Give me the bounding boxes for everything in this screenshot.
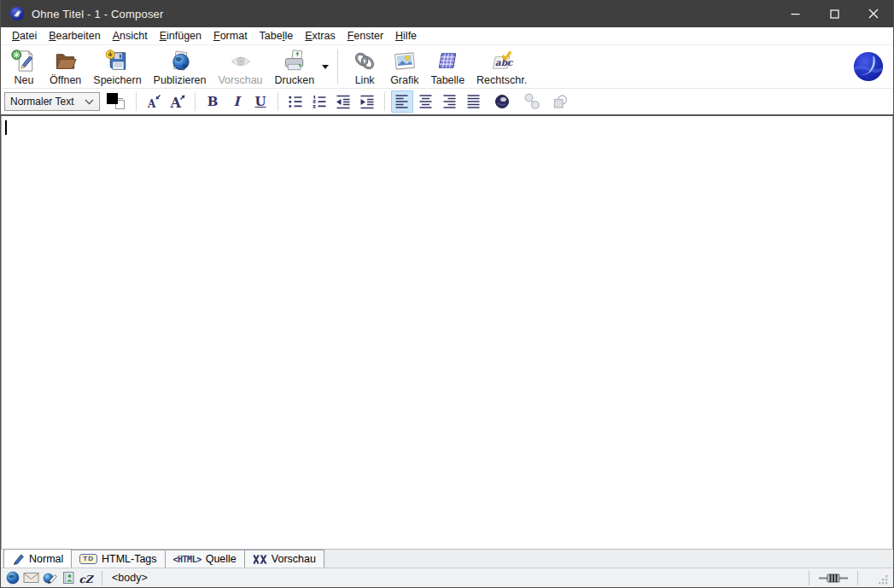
format-separator <box>195 92 196 111</box>
minimize-button[interactable] <box>775 0 815 27</box>
toolbar-button-label: Rechtschr. <box>476 74 527 86</box>
foreground-color-swatch <box>107 93 118 104</box>
composer-component-icon[interactable] <box>43 571 58 585</box>
new-page-icon <box>10 48 38 74</box>
composer-app-icon <box>9 6 25 21</box>
component-bar: cZ <box>3 571 97 585</box>
tab-preview[interactable]: Vorschau <box>244 550 324 568</box>
status-bar: cZ <body> <box>1 568 893 587</box>
align-left-button[interactable] <box>391 90 413 113</box>
format-separator <box>384 92 385 111</box>
seamonkey-logo[interactable] <box>852 50 885 83</box>
close-button[interactable] <box>854 0 893 27</box>
toolbar-button-label: Neu <box>15 74 34 86</box>
online-status-cell[interactable] <box>814 568 853 587</box>
bold-icon: B <box>207 94 219 109</box>
edit-mode-tab-bar: Normal TD HTML-Tags <HTML> Quelle Vorsch… <box>1 549 893 568</box>
align-center-button[interactable] <box>415 90 437 113</box>
save-disk-icon <box>103 48 131 74</box>
addressbook-icon[interactable] <box>61 571 75 585</box>
close-icon <box>868 9 879 19</box>
image-icon <box>391 48 418 74</box>
image-button[interactable]: Grafik <box>384 46 424 87</box>
preview-button: Vorschau <box>212 46 268 87</box>
statusbar-separator <box>809 571 809 585</box>
table-button[interactable]: Tabelle <box>424 46 470 87</box>
toolbar-button-label: Vorschau <box>218 74 262 86</box>
open-button[interactable]: Öffnen <box>44 46 87 87</box>
chatzilla-icon[interactable]: cZ <box>79 572 94 585</box>
decrease-font-size-button[interactable]: A <box>143 90 165 113</box>
paragraph-format-select[interactable]: Normaler Text <box>4 92 100 111</box>
open-folder-icon <box>52 48 79 74</box>
menu-format[interactable]: Format <box>207 28 254 44</box>
menu-einfuegen[interactable]: Einfügen <box>154 28 207 44</box>
align-center-icon <box>417 92 435 111</box>
title-bar[interactable]: Ohne Titel - 1 - Composer <box>1 0 893 27</box>
preview-eye-icon <box>227 48 254 74</box>
document-edit-area[interactable] <box>1 116 893 549</box>
menu-extras[interactable]: Extras <box>299 28 341 44</box>
underline-button[interactable]: U <box>249 90 272 113</box>
save-button[interactable]: Speichern <box>87 46 147 87</box>
align-justify-icon <box>465 92 483 111</box>
tab-label: HTML-Tags <box>102 553 157 565</box>
text-caret <box>5 120 7 135</box>
tab-source[interactable]: <HTML> Quelle <box>165 550 245 568</box>
increase-font-size-button[interactable]: A <box>167 90 189 113</box>
svg-text:cZ: cZ <box>79 573 95 585</box>
align-left-icon <box>393 92 412 111</box>
selected-element-tag[interactable]: <body> <box>107 572 153 584</box>
new-button[interactable]: Neu <box>4 46 44 87</box>
maximize-button[interactable] <box>815 0 854 27</box>
layer-sphere-icon <box>493 92 511 111</box>
bring-forward-button <box>521 90 543 113</box>
menu-bearbeiten[interactable]: Bearbeiten <box>43 28 106 44</box>
preview-tab-icon <box>253 554 267 565</box>
print-button[interactable]: Drucken <box>269 46 321 87</box>
align-justify-button[interactable] <box>463 90 485 113</box>
bold-button[interactable]: B <box>202 90 224 113</box>
tab-html-tags[interactable]: TD HTML-Tags <box>71 550 165 568</box>
maximize-icon <box>830 9 839 19</box>
bullet-list-button[interactable] <box>284 90 307 113</box>
italic-icon: I <box>233 94 239 109</box>
window-title: Ohne Titel - 1 - Composer <box>32 8 164 20</box>
html-source-icon: <HTML> <box>173 555 202 564</box>
print-dropdown-arrow[interactable] <box>320 48 330 85</box>
send-backward-button <box>549 90 571 113</box>
menu-datei[interactable]: Datei <box>6 28 43 44</box>
tab-normal[interactable]: Normal <box>3 549 72 568</box>
text-color-picker[interactable] <box>107 93 127 110</box>
bring-forward-icon <box>523 92 541 111</box>
resize-grip[interactable] <box>862 568 891 587</box>
table-icon <box>434 48 461 74</box>
outdent-button[interactable] <box>332 90 354 113</box>
toolbar-separator <box>337 49 338 84</box>
composer-window: Ohne Titel - 1 - Composer Datei Bearbeit… <box>0 0 894 588</box>
tab-label: Normal <box>29 553 63 565</box>
italic-button[interactable]: I <box>225 90 248 113</box>
toolbar-button-label: Publizieren <box>154 74 207 86</box>
link-button[interactable]: Link <box>345 46 384 87</box>
menu-ansicht[interactable]: Ansicht <box>107 28 154 44</box>
navigator-globe-icon[interactable] <box>6 571 20 585</box>
tab-label: Vorschau <box>272 553 316 565</box>
publish-button[interactable]: Publizieren <box>148 46 213 87</box>
resize-grip-icon <box>878 574 889 585</box>
outdent-icon <box>334 92 353 111</box>
font-larger-icon: A <box>168 92 187 111</box>
menu-fenster[interactable]: Fenster <box>342 28 389 44</box>
plug-icon <box>818 573 849 584</box>
indent-button[interactable] <box>356 90 378 113</box>
spellcheck-button[interactable]: abc Rechtschr. <box>470 46 533 87</box>
color-picker-tick <box>118 98 123 99</box>
align-right-button[interactable] <box>439 90 461 113</box>
statusbar-separator <box>857 571 858 585</box>
menu-hilfe[interactable]: Hilfe <box>389 28 423 44</box>
numbered-list-icon <box>310 92 329 111</box>
mail-envelope-icon[interactable] <box>23 572 39 584</box>
menu-tabelle[interactable]: Tabelle <box>254 28 300 44</box>
absolute-position-button[interactable] <box>491 90 513 113</box>
numbered-list-button[interactable] <box>308 90 330 113</box>
